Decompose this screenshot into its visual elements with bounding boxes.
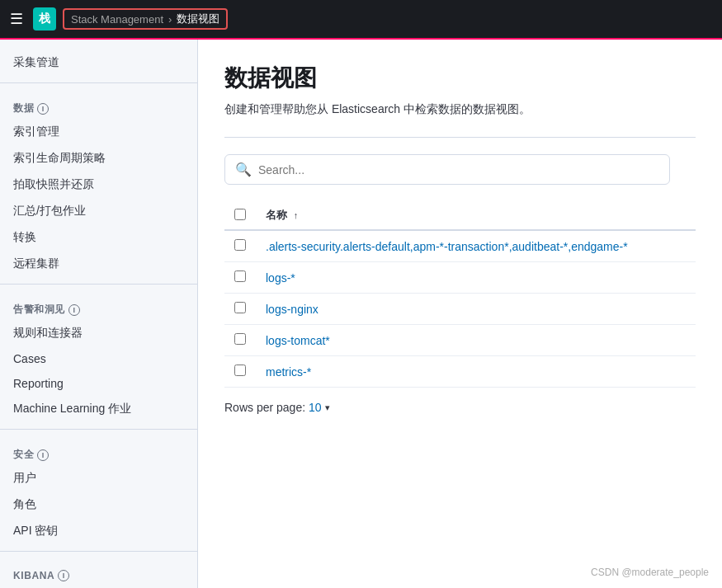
row-checkbox-cell [224, 325, 256, 356]
sidebar-item-transform[interactable]: 转换 [0, 224, 197, 251]
row-checkbox-cell [224, 294, 256, 325]
row-name-cell: logs-nginx [256, 294, 696, 325]
sidebar-divider-4 [0, 551, 197, 552]
row-name-cell: metrics-* [256, 356, 696, 388]
table-row: logs-* [224, 262, 696, 294]
breadcrumb-separator: › [168, 13, 172, 26]
sidebar-group-alerts: 告警和洞见 i [0, 291, 197, 320]
breadcrumb-stack-management[interactable]: Stack Management [71, 13, 163, 26]
rows-per-page-chevron[interactable]: ▾ [325, 402, 330, 413]
sidebar-item-api-keys[interactable]: API 密钥 [0, 518, 197, 544]
sidebar-item-collect-pipeline[interactable]: 采集管道 [0, 49, 197, 76]
search-bar: 🔍 [224, 154, 670, 185]
sidebar-item-rollup[interactable]: 汇总/打包作业 [0, 198, 197, 224]
security-info-icon: i [37, 449, 49, 461]
sidebar-item-ilm[interactable]: 索引生命周期策略 [0, 145, 197, 172]
table-row: metrics-* [224, 356, 696, 388]
sidebar-item-ml-jobs[interactable]: Machine Learning 作业 [0, 396, 197, 422]
select-all-checkbox[interactable] [234, 209, 246, 220]
sidebar-divider-2 [0, 284, 197, 285]
breadcrumb-data-view[interactable]: 数据视图 [177, 12, 219, 26]
search-icon: 🔍 [235, 162, 252, 177]
sidebar-item-index-management[interactable]: 索引管理 [0, 119, 197, 145]
row-name-link-1[interactable]: logs-* [266, 271, 295, 285]
topbar: ☰ 栈 Stack Management › 数据视图 [0, 0, 722, 40]
sidebar-item-snapshot[interactable]: 拍取快照并还原 [0, 172, 197, 198]
row-name-cell: logs-tomcat* [256, 325, 696, 356]
sidebar-item-cases[interactable]: Cases [0, 346, 197, 371]
row-checkbox-2[interactable] [234, 302, 246, 313]
pagination-row: Rows per page: 10 ▾ [224, 401, 696, 414]
sidebar-item-roles[interactable]: 角色 [0, 492, 197, 518]
sidebar-item-reporting[interactable]: Reporting [0, 371, 197, 396]
row-checkbox-0[interactable] [234, 239, 246, 251]
sidebar-item-data-views[interactable]: 数据视图 [0, 585, 197, 588]
sort-icon-name: ↑ [294, 210, 299, 220]
table-row: logs-tomcat* [224, 325, 696, 356]
row-checkbox-4[interactable] [234, 365, 246, 376]
table-header-name[interactable]: 名称 ↑ [256, 201, 696, 230]
row-name-cell: .alerts-security.alerts-default,apm-*-tr… [256, 230, 696, 262]
row-checkbox-cell [224, 356, 256, 388]
sidebar-item-users[interactable]: 用户 [0, 465, 197, 492]
sidebar-group-data: 数据 i [0, 90, 197, 119]
sidebar-divider-1 [0, 82, 197, 83]
search-input[interactable] [258, 163, 659, 176]
content-area: 数据视图 创建和管理帮助您从 Elasticsearch 中检索数据的数据视图。… [198, 40, 722, 588]
table-row: .alerts-security.alerts-default,apm-*-tr… [224, 230, 696, 262]
sidebar-group-security: 安全 i [0, 436, 197, 465]
rows-per-page-value: 10 [309, 401, 322, 414]
row-checkbox-cell [224, 230, 256, 262]
sidebar-divider-3 [0, 429, 197, 430]
watermark: CSDN @moderate_people [591, 567, 709, 578]
sidebar-item-rules[interactable]: 规则和连接器 [0, 320, 197, 346]
rows-per-page-label: Rows per page: [224, 401, 305, 414]
data-table: 名称 ↑ .alerts-security.alerts-default,apm… [224, 201, 696, 388]
menu-icon[interactable]: ☰ [10, 10, 23, 28]
row-name-cell: logs-* [256, 262, 696, 294]
table-row: logs-nginx [224, 294, 696, 325]
page-description: 创建和管理帮助您从 Elasticsearch 中检索数据的数据视图。 [224, 102, 696, 117]
sidebar: 采集管道 数据 i 索引管理 索引生命周期策略 拍取快照并还原 汇总/打包作业 … [0, 40, 198, 588]
sidebar-group-kibana: Kibana i [0, 558, 197, 585]
sidebar-item-remote-cluster[interactable]: 远程集群 [0, 251, 197, 277]
alerts-info-icon: i [68, 304, 80, 316]
row-checkbox-cell [224, 262, 256, 294]
kibana-info-icon: i [58, 570, 69, 581]
row-name-link-4[interactable]: metrics-* [266, 365, 311, 379]
row-checkbox-1[interactable] [234, 270, 246, 282]
row-name-link-2[interactable]: logs-nginx [266, 303, 319, 316]
table-header-checkbox-col [224, 201, 256, 230]
main-layout: 采集管道 数据 i 索引管理 索引生命周期策略 拍取快照并还原 汇总/打包作业 … [0, 40, 722, 588]
content-divider [224, 137, 696, 138]
row-name-link-0[interactable]: .alerts-security.alerts-default,apm-*-tr… [266, 240, 628, 253]
row-name-link-3[interactable]: logs-tomcat* [266, 334, 330, 347]
data-info-icon: i [37, 103, 49, 115]
page-title: 数据视图 [224, 63, 696, 94]
logo: 栈 [33, 7, 56, 31]
breadcrumb-bar: Stack Management › 数据视图 [63, 8, 228, 30]
row-checkbox-3[interactable] [234, 333, 246, 345]
